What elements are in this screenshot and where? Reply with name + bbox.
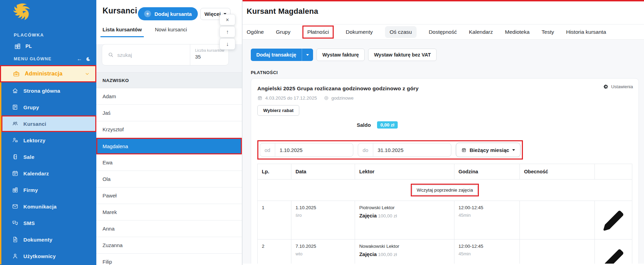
- scroll-up-button[interactable]: ↑: [219, 26, 235, 38]
- detail-tab-dostępność[interactable]: Dostępność: [429, 29, 457, 35]
- sidebar-item-lektorzy[interactable]: Lektorzy: [1, 132, 96, 149]
- buildings-icon: [12, 186, 19, 193]
- column-header-nazwisko: NAZWISKO: [96, 72, 242, 88]
- edit-lesson-button[interactable]: [599, 244, 628, 264]
- issue-invoice-no-vat-button[interactable]: Wystaw fakturę bez VAT: [368, 49, 437, 61]
- sidebar-item-dokumenty[interactable]: Dokumenty: [1, 231, 96, 248]
- sidebar-item-komunikacja[interactable]: Komunikacja: [1, 198, 96, 215]
- close-button[interactable]: ×: [219, 14, 235, 26]
- sidebar-item-firmy[interactable]: Firmy: [1, 182, 96, 198]
- sidebar-item-administracja[interactable]: Administracja: [0, 65, 96, 82]
- sidebar-item-strona-glowna[interactable]: Strona główna: [1, 82, 96, 99]
- cell-godzina: 12:00-12:4545min: [454, 239, 520, 264]
- kursant-row-anna[interactable]: Anna: [96, 221, 242, 237]
- lessons-column-header: Obecność: [520, 164, 595, 180]
- collapse-sidebar-icon[interactable]: ←: [77, 56, 82, 62]
- detail-tab-płatności[interactable]: Płatności: [302, 26, 334, 39]
- kursant-row-ola[interactable]: Ola: [96, 171, 242, 187]
- cell-lp: 2: [258, 239, 291, 264]
- detail-tab-dokumenty[interactable]: Dokumenty: [346, 29, 373, 35]
- lessons-column-header: Godzina: [454, 164, 520, 180]
- calendar-icon: [461, 147, 466, 153]
- lessons-column-header: Lp.: [258, 164, 291, 180]
- main-menu-label: MENU GŁÓWNE: [14, 57, 52, 61]
- date-to-input[interactable]: [373, 147, 451, 153]
- detail-tabs: OgólneGrupyPłatnościDokumentyOś czasuDos…: [243, 24, 644, 40]
- kursant-row-ewa[interactable]: Ewa: [96, 154, 242, 171]
- tab-lista-kursantow[interactable]: Lista kursantów: [103, 21, 142, 37]
- plus-icon: +: [144, 10, 151, 17]
- sidebar-submenu: Strona głównaGrupyKursanciLektorzySaleKa…: [0, 82, 96, 264]
- dark-mode-icon[interactable]: [86, 57, 91, 62]
- kursant-row-magdalena[interactable]: Magdalena: [96, 138, 242, 154]
- add-transaction-button[interactable]: Dodaj transakcję: [251, 49, 313, 61]
- current-month-button[interactable]: Bieżący miesiąc: [456, 143, 520, 157]
- kursant-row-paweł[interactable]: Paweł: [96, 187, 242, 204]
- sidebar-item-uzytkownicy[interactable]: Użytkownicy: [1, 248, 96, 264]
- lessons-column-header: Data: [291, 164, 355, 180]
- lessons-column-header: [595, 164, 632, 180]
- date-to-group: do: [358, 143, 451, 157]
- sidebar-item-sale[interactable]: Sale: [1, 149, 96, 165]
- date-to-label: do: [358, 143, 373, 156]
- facility-code: PL: [25, 43, 32, 49]
- sidebar-item-label: Sale: [23, 154, 34, 160]
- detail-tab-grupy[interactable]: Grupy: [276, 29, 290, 35]
- home-icon: [12, 87, 19, 94]
- payment-actions: Dodaj transakcję Wystaw fakturę Wystaw f…: [251, 49, 639, 61]
- kursant-row-jaś[interactable]: Jaś: [96, 105, 242, 121]
- caret-down-icon: [306, 54, 309, 56]
- kursant-row-krzysztof[interactable]: Krzysztof: [96, 121, 242, 138]
- detail-tab-medioteka[interactable]: Medioteka: [505, 29, 530, 35]
- lessons-column-header: Lektor: [355, 164, 454, 180]
- sidebar-item-sms[interactable]: SMS: [1, 215, 96, 231]
- load-previous-lessons-button[interactable]: Wczytaj poprzednie zajęcia: [412, 185, 477, 195]
- detail-tab-kalendarz[interactable]: Kalendarz: [469, 29, 493, 35]
- date-from-label: od: [260, 143, 275, 156]
- facility-selector[interactable]: PL: [14, 42, 96, 50]
- cell-lp: 1: [258, 201, 291, 239]
- sidebar-item-grupy[interactable]: Grupy: [1, 99, 96, 115]
- briefcase-icon: [13, 70, 20, 78]
- sidebar-item-label: Lektorzy: [23, 137, 45, 143]
- kursant-row-marek[interactable]: Marek: [96, 204, 242, 221]
- document-icon: [12, 236, 19, 243]
- saldo-badge: 0,00 zł: [377, 121, 398, 129]
- kursant-row-adam[interactable]: Adam: [96, 88, 242, 105]
- detail-tab-oś-czasu[interactable]: Oś czasu: [385, 26, 417, 38]
- add-kursant-button[interactable]: + Dodaj kursanta: [138, 7, 198, 20]
- cell-obecnosc: [520, 239, 595, 264]
- cell-data: 7.10.2025wto: [291, 239, 355, 264]
- choose-discount-button[interactable]: Wybierz rabat: [257, 105, 299, 116]
- kursant-row-zuzanna[interactable]: Zuzanna: [96, 237, 242, 254]
- settings-button[interactable]: Ustawienia: [603, 84, 633, 89]
- chat-icon: [12, 220, 19, 226]
- date-from-input[interactable]: [275, 147, 353, 153]
- sidebar-item-kalendarz[interactable]: Kalendarz: [1, 165, 96, 182]
- sidebar-item-kursanci[interactable]: Kursanci: [1, 115, 96, 132]
- table-row: 11.10.2025śroPiotrowski LektorZajęcia100…: [258, 201, 632, 239]
- search-input[interactable]: [117, 52, 184, 58]
- floating-scroll-toolbar: ×↑↓: [219, 14, 235, 50]
- scroll-down-button[interactable]: ↓: [219, 38, 235, 50]
- edit-lesson-button[interactable]: [599, 205, 628, 235]
- facility-label: PLACÓWKA: [14, 32, 96, 38]
- cell-actions: [595, 239, 632, 264]
- sidebar: PLACÓWKA PL MENU GŁÓWNE ← Administracja …: [0, 0, 96, 265]
- teacher-icon: [12, 137, 19, 144]
- billing-type: godzinowe: [331, 95, 354, 101]
- kursant-row-filip[interactable]: Filip: [96, 254, 242, 265]
- gear-icon: [603, 84, 609, 89]
- search-card: Liczba kursantów 35: [102, 44, 229, 65]
- tab-nowi-kursanci[interactable]: Nowi kursanci: [155, 21, 187, 37]
- lion-logo: [6, 2, 39, 30]
- kursanci-table: NAZWISKO AdamJaśKrzysztofMagdalenaEwaOla…: [96, 72, 242, 265]
- detail-title: Kursant Magdalena: [243, 0, 644, 16]
- detail-tab-testy[interactable]: Testy: [541, 29, 554, 35]
- detail-tab-ogólne[interactable]: Ogólne: [247, 29, 264, 35]
- detail-tab-historia-kursanta[interactable]: Historia kursanta: [566, 29, 606, 35]
- calendar-icon: [12, 170, 19, 177]
- kursant-detail-panel: Kursant Magdalena OgólneGrupyPłatnościDo…: [243, 0, 644, 265]
- issue-invoice-button[interactable]: Wystaw fakturę: [316, 49, 365, 61]
- date-from-group: od: [260, 143, 353, 157]
